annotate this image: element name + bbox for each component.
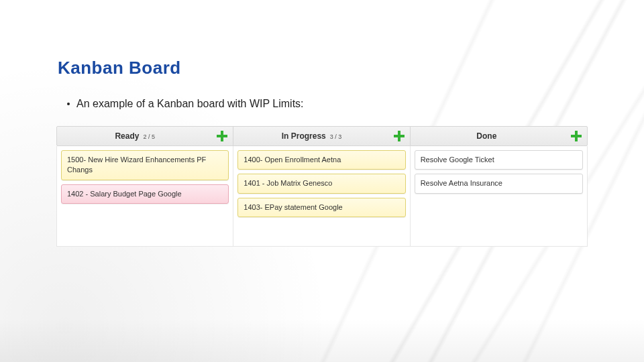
column-in-progress: 1400- Open Enrollment Aetna 1401 - Job M… (233, 146, 410, 246)
kanban-card[interactable]: 1400- Open Enrollment Aetna (237, 150, 405, 170)
add-card-button[interactable] (215, 129, 229, 143)
column-ready: 1500- New Hire Wizard Enhancements PF Ch… (57, 146, 233, 246)
plus-icon (570, 130, 582, 142)
column-done: Resolve Google Ticket Resolve Aetna Insu… (411, 146, 587, 246)
bullet-dot-icon (67, 103, 70, 105)
column-label: Done (476, 131, 496, 141)
kanban-board: Ready 2 / 5 In Progress 3 / 3 Done (56, 126, 588, 247)
kanban-card[interactable]: 1403- EPay statement Google (237, 198, 405, 217)
kanban-card[interactable]: 1500- New Hire Wizard Enhancements PF Ch… (61, 150, 229, 180)
column-body-row: 1500- New Hire Wizard Enhancements PF Ch… (56, 146, 588, 247)
column-header-row: Ready 2 / 5 In Progress 3 / 3 Done (56, 126, 588, 146)
bullet-item: An example of a Kanban board with WIP Li… (67, 98, 304, 110)
kanban-card[interactable]: Resolve Aetna Insurance (415, 174, 583, 193)
kanban-card[interactable]: 1401 - Job Matrix Genesco (237, 174, 405, 193)
column-label: Ready (115, 131, 139, 141)
column-header-in-progress: In Progress 3 / 3 (233, 127, 410, 145)
kanban-card[interactable]: 1402 - Salary Budget Page Google (61, 184, 229, 204)
bullet-text: An example of a Kanban board with WIP Li… (76, 98, 304, 110)
wip-badge: 3 / 3 (330, 133, 342, 140)
column-header-done: Done (411, 127, 587, 145)
add-card-button[interactable] (392, 129, 406, 143)
page-title: Kanban Board (58, 58, 181, 78)
kanban-card[interactable]: Resolve Google Ticket (415, 150, 583, 170)
wip-badge: 2 / 5 (143, 133, 155, 140)
column-label: In Progress (282, 131, 326, 141)
plus-icon (393, 130, 405, 142)
add-card-button[interactable] (570, 129, 583, 143)
column-header-ready: Ready 2 / 5 (57, 127, 233, 145)
plus-icon (216, 130, 228, 142)
